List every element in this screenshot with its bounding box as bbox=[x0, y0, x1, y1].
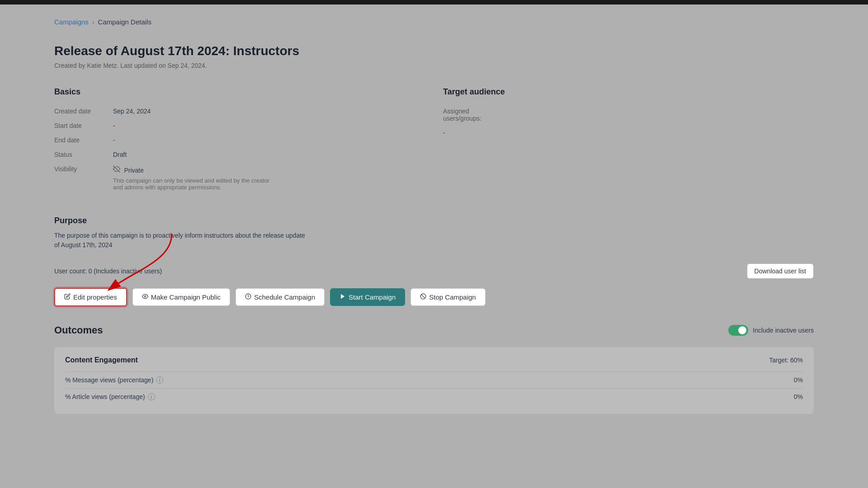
schedule-campaign-button[interactable]: Schedule Campaign bbox=[236, 288, 325, 306]
outcomes-header: Outcomes Include inactive users bbox=[54, 324, 814, 336]
outcomes-title: Outcomes bbox=[54, 324, 103, 336]
info-icon-message-views[interactable]: i bbox=[156, 376, 163, 384]
stop-campaign-label: Stop Campaign bbox=[429, 293, 476, 301]
toggle-inactive-users-row: Include inactive users bbox=[728, 325, 814, 336]
edit-properties-label: Edit properties bbox=[73, 293, 117, 301]
breadcrumb-campaigns-link[interactable]: Campaigns bbox=[54, 18, 89, 26]
basics-section: Basics Created date Sep 24, 2024 Start d… bbox=[54, 87, 425, 198]
value-status: Draft bbox=[113, 151, 127, 158]
toggle-inactive-users-label: Include inactive users bbox=[753, 327, 814, 334]
make-campaign-public-button[interactable]: Make Campaign Public bbox=[132, 288, 230, 306]
stop-icon bbox=[420, 293, 426, 301]
metric-text-article-views: % Article views (percentage) bbox=[65, 393, 145, 400]
purpose-text: The purpose of this campaign is to proac… bbox=[54, 231, 307, 250]
field-start-date: Start date - bbox=[54, 122, 425, 129]
value-assigned: - bbox=[443, 129, 445, 136]
metric-row-article-views: % Article views (percentage) i 0% bbox=[65, 388, 803, 405]
label-created-date: Created date bbox=[54, 108, 113, 115]
include-inactive-users-toggle[interactable] bbox=[728, 325, 748, 336]
svg-point-2 bbox=[144, 296, 146, 297]
label-assigned: Assigned users/groups: bbox=[443, 108, 502, 122]
field-created-date: Created date Sep 24, 2024 bbox=[54, 108, 425, 115]
schedule-campaign-label: Schedule Campaign bbox=[254, 293, 315, 301]
field-status: Status Draft bbox=[54, 151, 425, 158]
content-engagement-title: Content Engagement bbox=[65, 356, 138, 364]
field-visibility: Visibility Private This campaign can onl bbox=[54, 165, 425, 191]
eye-off-icon bbox=[113, 165, 120, 174]
value-start-date: - bbox=[113, 122, 115, 129]
edit-properties-button[interactable]: Edit properties bbox=[54, 288, 127, 306]
purpose-section: Purpose The purpose of this campaign is … bbox=[54, 216, 814, 250]
start-campaign-button[interactable]: Start Campaign bbox=[330, 288, 405, 306]
make-campaign-public-label: Make Campaign Public bbox=[151, 293, 221, 301]
metric-row-message-views: % Message views (percentage) i 0% bbox=[65, 371, 803, 388]
metric-value-article-views: 0% bbox=[794, 393, 803, 400]
basics-title: Basics bbox=[54, 87, 425, 97]
label-visibility: Visibility bbox=[54, 165, 113, 191]
svg-line-6 bbox=[421, 295, 425, 298]
visibility-note: This campaign can only be viewed and edi… bbox=[113, 177, 276, 191]
card-header: Content Engagement Target: 60% bbox=[65, 356, 803, 364]
content-engagement-card: Content Engagement Target: 60% % Message… bbox=[54, 347, 814, 414]
user-count-row: User count: 0 (Includes inactive users) … bbox=[54, 263, 814, 279]
field-end-date: End date - bbox=[54, 136, 425, 144]
target-audience-section: Target audience Assigned users/groups: - bbox=[443, 87, 814, 198]
metric-value-message-views: 0% bbox=[794, 376, 803, 384]
metric-label-article-views: % Article views (percentage) i bbox=[65, 393, 155, 400]
breadcrumb-current: Campaign Details bbox=[98, 18, 151, 26]
value-end-date: - bbox=[113, 136, 115, 144]
label-status: Status bbox=[54, 151, 113, 158]
metric-text-message-views: % Message views (percentage) bbox=[65, 376, 153, 384]
clock-icon bbox=[245, 293, 251, 301]
eye-icon bbox=[142, 293, 148, 301]
pencil-icon bbox=[64, 293, 71, 301]
page-subtitle: Created by Katie Metz. Last updated on S… bbox=[54, 62, 814, 69]
play-icon bbox=[340, 293, 346, 301]
user-count-text: User count: 0 (Includes inactive users) bbox=[54, 267, 162, 275]
svg-marker-4 bbox=[341, 294, 344, 299]
breadcrumb-separator: › bbox=[92, 19, 94, 26]
label-start-date: Start date bbox=[54, 122, 113, 129]
field-assigned: Assigned users/groups: bbox=[443, 108, 814, 122]
content-engagement-target: Target: 60% bbox=[769, 357, 803, 364]
metric-label-message-views: % Message views (percentage) i bbox=[65, 376, 163, 384]
value-created-date: Sep 24, 2024 bbox=[113, 108, 151, 115]
target-audience-title: Target audience bbox=[443, 87, 814, 97]
field-assigned-value: - bbox=[443, 129, 814, 136]
download-user-list-button[interactable]: Download user list bbox=[747, 263, 814, 279]
start-campaign-label: Start Campaign bbox=[349, 293, 396, 301]
page-title: Release of August 17th 2024: Instructors bbox=[54, 44, 814, 58]
info-icon-article-views[interactable]: i bbox=[148, 393, 155, 400]
purpose-title: Purpose bbox=[54, 216, 814, 225]
label-end-date: End date bbox=[54, 136, 113, 144]
value-visibility: Private bbox=[124, 167, 144, 174]
actions-row: Edit properties Make Campaign Public Sch… bbox=[54, 288, 814, 306]
breadcrumb: Campaigns › Campaign Details bbox=[54, 18, 814, 26]
stop-campaign-button[interactable]: Stop Campaign bbox=[410, 288, 485, 306]
